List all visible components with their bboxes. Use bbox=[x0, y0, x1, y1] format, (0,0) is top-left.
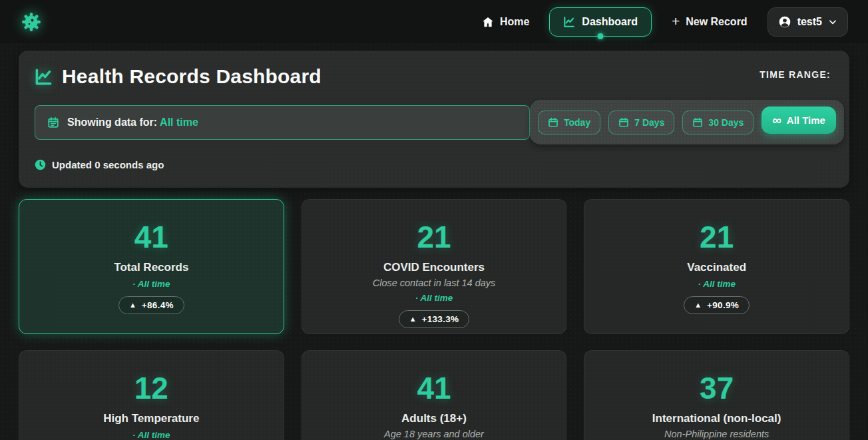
calendar-icon bbox=[47, 116, 59, 128]
calendar-icon bbox=[548, 117, 558, 128]
up-triangle-icon: ▲ bbox=[409, 316, 417, 323]
user-avatar-icon bbox=[778, 15, 791, 29]
nav-home-label: Home bbox=[500, 16, 529, 28]
range-button-label: 7 Days bbox=[634, 117, 664, 128]
stat-period: · All time bbox=[415, 293, 453, 303]
stat-value: 37 bbox=[700, 372, 734, 404]
chevron-down-icon bbox=[828, 17, 837, 27]
stat-cards-grid: 41 Total Records · All time ▲ +86.4% 21 … bbox=[19, 199, 849, 440]
chart-line-icon bbox=[563, 16, 575, 28]
nav-dashboard[interactable]: Dashboard bbox=[549, 7, 652, 37]
range-button-label: Today bbox=[564, 117, 590, 128]
stat-card-covid-encounters[interactable]: 21 COVID Encounters Close contact in las… bbox=[302, 199, 567, 334]
nav-dashboard-label: Dashboard bbox=[582, 16, 638, 28]
stat-label: COVID Encounters bbox=[383, 261, 485, 274]
chart-line-icon bbox=[35, 68, 53, 86]
infinity-icon: ∞ bbox=[772, 115, 781, 125]
range-button-30-days[interactable]: 30 Days bbox=[682, 110, 754, 134]
nav-new-record[interactable]: + New Record bbox=[672, 15, 748, 29]
stat-delta: +90.9% bbox=[707, 300, 739, 310]
stat-value: 41 bbox=[417, 372, 451, 404]
stat-card-vaccinated[interactable]: 21 Vaccinated · All time ▲ +90.9% bbox=[584, 199, 849, 334]
updated-status: Updated 0 seconds ago bbox=[35, 159, 831, 170]
nav-new-record-label: New Record bbox=[686, 16, 747, 28]
calendar-icon bbox=[618, 117, 629, 128]
clock-icon bbox=[35, 159, 46, 170]
stat-value: 41 bbox=[134, 221, 168, 253]
user-name-label: test5 bbox=[797, 16, 822, 28]
showing-data-field[interactable]: Showing data for:All time bbox=[35, 105, 530, 140]
stat-card-international[interactable]: 37 International (non-local) Non-Philipp… bbox=[584, 350, 849, 440]
stat-subtitle: Non-Philippine residents bbox=[664, 429, 769, 439]
stat-period: · All time bbox=[132, 279, 170, 289]
range-button-label: 30 Days bbox=[708, 117, 744, 128]
stat-delta-badge: ▲ +90.9% bbox=[684, 296, 750, 314]
updated-text: Updated 0 seconds ago bbox=[52, 159, 164, 170]
page-title: Health Records Dashboard bbox=[62, 65, 322, 88]
top-navbar: Home Dashboard + New Record test5 bbox=[0, 0, 868, 43]
stat-delta: +133.3% bbox=[422, 314, 459, 324]
stat-value: 12 bbox=[134, 372, 168, 404]
stat-label: Total Records bbox=[114, 261, 188, 274]
stat-card-high-temperature[interactable]: 12 High Temperature · All time bbox=[19, 350, 284, 440]
stat-subtitle: Close contact in last 14 days bbox=[373, 278, 496, 288]
stat-period: · All time bbox=[132, 430, 170, 440]
nav-home[interactable]: Home bbox=[482, 16, 529, 28]
showing-data-text: Showing data for:All time bbox=[67, 116, 198, 128]
stat-delta: +86.4% bbox=[142, 300, 174, 310]
dashboard-header-panel: Health Records Dashboard TIME RANGE: Sho… bbox=[19, 51, 849, 188]
stat-label: Vaccinated bbox=[687, 261, 746, 274]
stat-card-total-records[interactable]: 41 Total Records · All time ▲ +86.4% bbox=[19, 199, 284, 334]
range-button-all-time[interactable]: ∞ All Time bbox=[761, 107, 836, 134]
stat-label: Adults (18+) bbox=[401, 412, 467, 425]
dashboard-active-dot bbox=[598, 33, 604, 39]
time-range-button-group: Today 7 Days 30 Days bbox=[530, 100, 844, 144]
showing-prefix: Showing data for: bbox=[67, 116, 157, 128]
user-menu-button[interactable]: test5 bbox=[767, 7, 848, 37]
calendar-icon bbox=[692, 117, 703, 128]
main-content: Health Records Dashboard TIME RANGE: Sho… bbox=[0, 43, 868, 440]
plus-icon: + bbox=[672, 14, 680, 28]
nav-links: Home Dashboard + New Record test5 bbox=[482, 7, 848, 37]
range-button-today[interactable]: Today bbox=[538, 110, 600, 134]
range-button-label: All Time bbox=[787, 114, 825, 126]
stat-delta-badge: ▲ +133.3% bbox=[399, 310, 470, 328]
stat-value: 21 bbox=[700, 221, 734, 253]
up-triangle-icon: ▲ bbox=[694, 302, 702, 309]
stat-label: High Temperature bbox=[103, 412, 199, 425]
stat-value: 21 bbox=[417, 221, 451, 253]
stat-subtitle: Age 18 years and older bbox=[384, 429, 484, 439]
app-logo-virus-icon[interactable] bbox=[20, 11, 43, 33]
up-triangle-icon: ▲ bbox=[129, 302, 136, 309]
stat-delta-badge: ▲ +86.4% bbox=[118, 296, 184, 314]
range-button-7-days[interactable]: 7 Days bbox=[608, 110, 674, 134]
time-range-label: TIME RANGE: bbox=[760, 69, 831, 80]
stat-card-adults[interactable]: 41 Adults (18+) Age 18 years and older ·… bbox=[302, 350, 567, 440]
stat-label: International (non-local) bbox=[652, 412, 781, 425]
showing-value: All time bbox=[160, 116, 198, 128]
stat-period: · All time bbox=[698, 279, 736, 289]
home-icon bbox=[482, 16, 494, 28]
